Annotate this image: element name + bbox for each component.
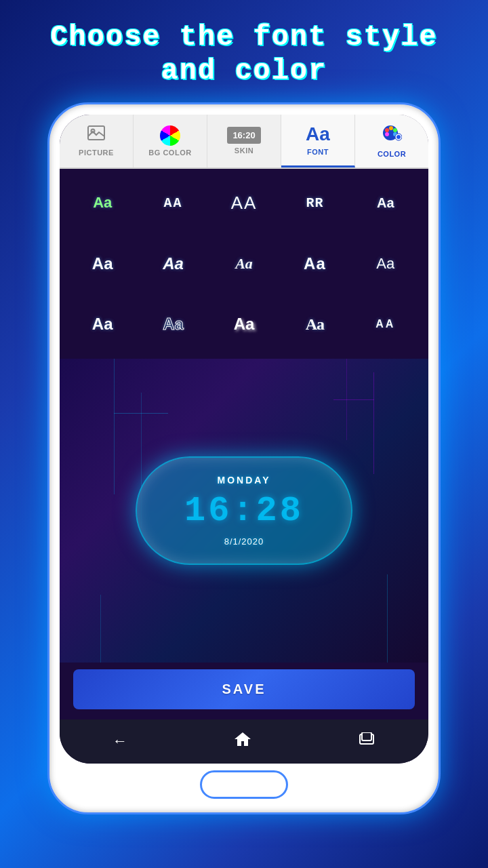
font-sample-1: Aa (93, 194, 112, 212)
font-cell-3[interactable]: AA (211, 176, 277, 231)
clock-capsule: MONDAY 16:28 8/1/2020 (136, 456, 352, 565)
font-cell-6[interactable]: Aa (70, 236, 135, 291)
svg-point-7 (385, 132, 389, 136)
app-title: Choose the font style and color (27, 20, 461, 89)
title-area: Choose the font style and color (0, 0, 488, 102)
font-cell-12[interactable]: Aa (140, 296, 205, 351)
font-sample-8: Aa (235, 255, 253, 273)
font-cell-10[interactable]: Aa (353, 236, 418, 291)
color-palette-icon (382, 123, 402, 147)
home-button-area (60, 764, 428, 802)
font-sample-15: AA (375, 318, 395, 330)
font-sample-7: Aa (163, 254, 184, 273)
font-sample-12: Aa (163, 315, 184, 334)
tab-bar: PICTURE BG COLOR 16:20 SKIN Aa FONT (60, 115, 428, 169)
save-button[interactable]: SAVE (73, 669, 415, 709)
font-cell-4[interactable]: RR (282, 176, 347, 231)
font-sample-9: Aa (304, 254, 326, 273)
back-button[interactable]: ← (106, 726, 134, 757)
save-area: SAVE (60, 663, 428, 719)
tab-bg-color[interactable]: BG COLOR (134, 115, 207, 167)
svg-point-3 (385, 128, 389, 132)
home-pill[interactable] (200, 770, 288, 799)
svg-rect-11 (362, 732, 371, 741)
font-cell-13[interactable]: Aa (211, 296, 277, 351)
font-icon: Aa (306, 123, 330, 145)
phone-frame: PICTURE BG COLOR 16:20 SKIN Aa FONT (47, 102, 441, 814)
font-sample-3: AA (231, 193, 258, 214)
color-tab-label: COLOR (378, 150, 406, 158)
font-sample-6: Aa (92, 254, 113, 273)
tab-font[interactable]: Aa FONT (281, 115, 355, 167)
picture-tab-label: PICTURE (79, 149, 114, 157)
tab-skin[interactable]: 16:20 SKIN (207, 115, 281, 167)
clock-date: 8/1/2020 (171, 536, 317, 547)
font-sample-2: AA (164, 195, 183, 211)
bg-color-icon (160, 125, 180, 146)
bg-color-tab-label: BG COLOR (148, 149, 191, 157)
clock-day: MONDAY (171, 475, 317, 486)
clock-time: 16:28 (171, 491, 317, 531)
font-cell-15[interactable]: AA (353, 296, 418, 351)
skin-tab-label: SKIN (235, 146, 253, 155)
font-cell-14[interactable]: Aa (282, 296, 347, 351)
home-button[interactable] (226, 724, 259, 758)
font-cell-1[interactable]: Aa (70, 176, 135, 231)
font-cell-11[interactable]: Aa (70, 296, 135, 351)
font-cell-7[interactable]: Aa (140, 236, 205, 291)
tab-picture[interactable]: PICTURE (60, 115, 134, 167)
clock-preview-area: MONDAY 16:28 8/1/2020 (60, 359, 428, 663)
font-sample-4: RR (306, 195, 323, 211)
picture-icon (87, 125, 106, 146)
svg-point-9 (396, 135, 401, 139)
font-sample-5: Aa (377, 195, 394, 211)
font-sample-10: Aa (376, 255, 394, 273)
font-sample-14: Aa (306, 315, 324, 334)
font-sample-11: Aa (92, 315, 113, 334)
skin-icon: 16:20 (227, 127, 260, 144)
font-cell-8[interactable]: Aa (211, 236, 277, 291)
font-cell-2[interactable]: AA (140, 176, 205, 231)
svg-point-4 (389, 126, 393, 130)
font-grid: Aa AA AA RR Aa Aa Aa Aa (60, 169, 428, 359)
font-sample-13: Aa (234, 315, 255, 334)
font-cell-5[interactable]: Aa (353, 176, 418, 231)
svg-point-5 (393, 128, 397, 132)
recent-apps-button[interactable] (351, 726, 382, 757)
phone-screen: PICTURE BG COLOR 16:20 SKIN Aa FONT (60, 115, 428, 764)
font-cell-9[interactable]: Aa (282, 236, 347, 291)
nav-bar: ← (60, 719, 428, 764)
tab-color[interactable]: COLOR (355, 115, 428, 167)
font-tab-label: FONT (307, 148, 329, 156)
